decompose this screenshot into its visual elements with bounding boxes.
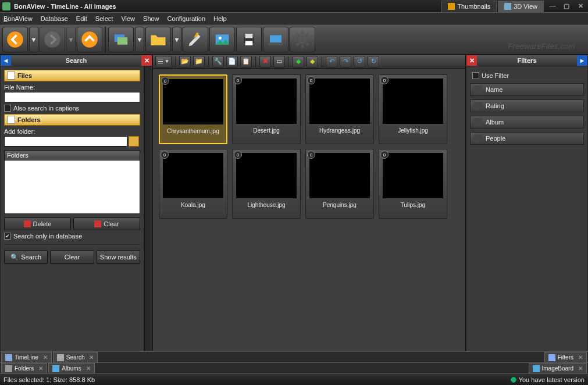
thumbnail-image	[236, 79, 297, 124]
thumbnail-item[interactable]: 0Jellyfish.jpg	[379, 74, 447, 144]
bottom-tabs-row2: Folders✕ Albums✕ ImageBoard✕	[0, 362, 588, 373]
tab-thumbnails[interactable]: Thumbnails	[441, 1, 497, 12]
settings-button[interactable]	[290, 27, 315, 52]
delete-file-button[interactable]: ✖	[259, 56, 271, 67]
tag-green-button[interactable]: ◆	[293, 56, 304, 67]
show-results-button[interactable]: Show results	[97, 250, 140, 264]
tab-folders[interactable]: Folders✕	[1, 363, 47, 373]
thumbnail-item[interactable]: 0Tulips.jpg	[379, 149, 447, 219]
folders-section-header[interactable]: Folders	[4, 114, 140, 126]
thumbnail-item[interactable]: 0Desert.jpg	[232, 74, 301, 144]
delete-button[interactable]: Delete	[4, 218, 71, 230]
thumbnail-item[interactable]: 0Koala.jpg	[159, 149, 227, 219]
status-right: You have latest version	[519, 376, 585, 383]
thumbnail-image	[236, 153, 297, 198]
filters-collapse-right[interactable]: ►	[577, 55, 587, 66]
rotate-right-button[interactable]: ↻	[368, 56, 379, 67]
acquire-button[interactable]	[263, 27, 288, 52]
folders-icon	[5, 365, 12, 372]
folders-listbox[interactable]: Folders	[4, 150, 140, 214]
tab-timeline[interactable]: TimeLine✕	[1, 352, 52, 362]
search-icon	[57, 354, 64, 361]
close-icon[interactable]: ✕	[578, 354, 583, 361]
menu-configuration[interactable]: Configuration	[168, 15, 205, 22]
filter-album[interactable]: Album	[470, 116, 584, 129]
browse-folder-button[interactable]	[129, 136, 139, 147]
use-filter-checkbox[interactable]: Use Filter	[470, 70, 584, 81]
tools-button[interactable]: 🔧	[212, 56, 224, 67]
addfolder-label: Add folder:	[4, 128, 140, 135]
tab-imageboard[interactable]: ImageBoard✕	[529, 363, 587, 373]
slideshow-dropdown[interactable]: ▼	[135, 27, 144, 52]
search-close[interactable]: ✕	[141, 55, 152, 66]
menu-edit[interactable]: Edit	[76, 15, 87, 22]
tab-filters[interactable]: Filters✕	[544, 352, 587, 362]
thumbnail-item[interactable]: 0Chrysanthemum.jpg	[159, 74, 227, 144]
people-icon	[474, 134, 482, 142]
filter-people[interactable]: People	[470, 132, 584, 145]
tab-search[interactable]: Search✕	[53, 352, 98, 362]
search-button[interactable]: 🔍Search	[4, 250, 48, 264]
svg-point-2	[81, 31, 98, 48]
also-captions-checkbox[interactable]: Also search in captions	[4, 105, 140, 112]
open-button[interactable]: 📂	[179, 56, 191, 67]
menu-view[interactable]: View	[121, 15, 135, 22]
rating-badge: 0	[161, 77, 169, 85]
rotate-left-button[interactable]: ↺	[354, 56, 365, 67]
menu-database[interactable]: Database	[41, 15, 68, 22]
close-icon[interactable]: ✕	[43, 354, 48, 361]
menu-show[interactable]: Show	[143, 15, 159, 22]
clear-folders-button[interactable]: Clear	[73, 218, 140, 230]
slideshow-button[interactable]	[108, 27, 134, 52]
filter-name[interactable]: Name	[470, 83, 584, 96]
minimize-button[interactable]: —	[547, 2, 558, 10]
image-adjust-button[interactable]	[209, 27, 235, 52]
tag-green-icon: ◆	[296, 58, 301, 65]
tab-albums[interactable]: Albums✕	[48, 363, 94, 373]
close-icon[interactable]: ✕	[578, 365, 583, 372]
svg-rect-10	[245, 41, 253, 45]
edit-tools-button[interactable]	[183, 27, 208, 52]
close-icon[interactable]: ✕	[38, 365, 43, 372]
paste-button[interactable]: 📋	[240, 56, 252, 67]
filter-rating[interactable]: Rating	[470, 99, 584, 112]
files-section-header[interactable]: Files	[4, 70, 140, 81]
clear-button[interactable]: Clear	[50, 250, 94, 264]
maximize-button[interactable]: ▢	[561, 2, 572, 10]
thumbnail-item[interactable]: 0Hydrangeas.jpg	[305, 74, 374, 144]
back-dropdown[interactable]: ▼	[29, 27, 38, 52]
folder-button[interactable]	[145, 27, 171, 52]
menu-select[interactable]: Select	[95, 15, 113, 22]
rating-badge: 0	[234, 76, 242, 84]
up-button[interactable]	[77, 27, 102, 52]
search-collapse-left[interactable]: ◄	[1, 55, 11, 66]
sep	[322, 56, 322, 67]
rename-button[interactable]: ▭	[273, 56, 285, 67]
copy-button[interactable]: 📄	[226, 56, 238, 67]
tag-yellow-button[interactable]: ◆	[307, 56, 318, 67]
addfolder-input[interactable]	[4, 136, 127, 147]
menu-help[interactable]: Help	[213, 15, 227, 22]
close-button[interactable]: ✕	[575, 2, 586, 10]
open-location-button[interactable]: 📁	[193, 56, 205, 67]
view-mode-button[interactable]: ☰▼	[155, 56, 172, 67]
thumbnail-image	[383, 79, 443, 124]
tab-3d-view[interactable]: 3D View	[498, 1, 544, 12]
title-bar: BonAView - TimeLine - All images Thumbna…	[0, 0, 588, 13]
filename-input[interactable]	[4, 92, 140, 102]
menu-bonaview[interactable]: BBonAViewonAView	[3, 15, 33, 22]
close-icon[interactable]: ✕	[89, 354, 94, 361]
search-scrollbar[interactable]	[144, 66, 152, 351]
thumbnail-item[interactable]: 0Lighthouse.jpg	[232, 149, 301, 219]
thumbnail-item[interactable]: 0Penguins.jpg	[305, 149, 374, 219]
undo-button[interactable]: ↶	[326, 56, 337, 67]
print-button[interactable]	[236, 27, 262, 52]
back-button[interactable]	[2, 27, 28, 52]
redo-button[interactable]: ↷	[340, 56, 351, 67]
search-only-db-checkbox[interactable]: ✔ Search only in database	[4, 233, 140, 240]
filters-close[interactable]: ✕	[466, 55, 477, 66]
redo-icon: ↷	[343, 58, 348, 65]
folder-dropdown[interactable]: ▼	[172, 27, 181, 52]
thumbnail-image	[163, 153, 223, 198]
close-icon[interactable]: ✕	[86, 365, 91, 372]
